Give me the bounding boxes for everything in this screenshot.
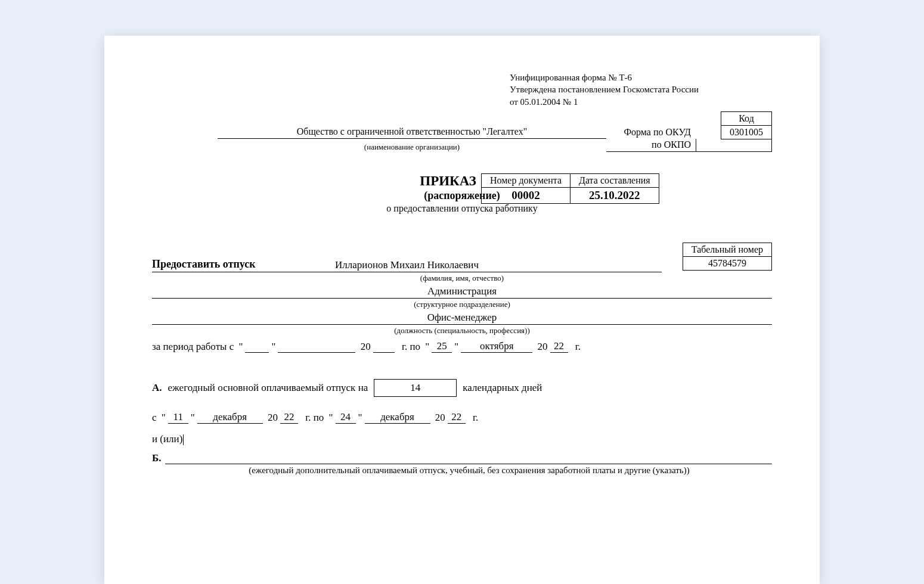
doc-date-label: Дата составления bbox=[570, 173, 659, 187]
section-a-row: А. ежегодный основной оплачиваемый отпус… bbox=[152, 379, 772, 397]
a-from-yy: 22 bbox=[280, 411, 298, 424]
code-table: Код 0301005 bbox=[721, 111, 772, 139]
okpo-value bbox=[696, 139, 772, 152]
section-a-text: ежегодный основной оплачиваемый отпуск н… bbox=[168, 382, 368, 394]
a-mid: г. по bbox=[305, 412, 324, 424]
okud-label: Форма по ОКУД bbox=[606, 127, 696, 139]
form-line-2: Утверждена постановлением Госкомстата Ро… bbox=[510, 83, 772, 95]
post-caption: (должность (специальность, профессия)) bbox=[152, 326, 772, 336]
okpo-label: по ОКПО bbox=[606, 139, 696, 152]
a-suffix: г. bbox=[473, 412, 478, 424]
section-a-days-unit: календарных дней bbox=[463, 382, 542, 394]
section-a-label: А. bbox=[152, 382, 162, 394]
and-or: и (или) bbox=[152, 433, 772, 445]
section-a-dates: с " 11 " декабря 20 22 г. по " 24 " дека… bbox=[152, 411, 772, 424]
doc-number-label: Номер документа bbox=[481, 173, 570, 187]
employee-id-value: 45784579 bbox=[683, 256, 771, 270]
a-from-day: 11 bbox=[168, 411, 188, 424]
period-prefix: за период работы с bbox=[152, 341, 234, 353]
form-line-1: Унифицированная форма № Т-6 bbox=[510, 72, 772, 83]
a-from-prefix: с bbox=[152, 412, 157, 424]
document-page: Унифицированная форма № Т-6 Утверждена п… bbox=[104, 36, 820, 584]
document-meta-table: Номер документа Дата составления 00002 2… bbox=[481, 173, 659, 204]
period-to-month: октября bbox=[461, 340, 532, 353]
period-from-day bbox=[245, 352, 269, 353]
organization-name: Общество с ограниченной ответственностью… bbox=[218, 126, 606, 139]
period-from-yy bbox=[373, 352, 395, 353]
doc-date-value: 25.10.2022 bbox=[570, 187, 659, 203]
employee-id-label: Табельный номер bbox=[683, 243, 771, 256]
organization-caption: (наименование организации) bbox=[218, 142, 606, 152]
grant-label: Предоставить отпуск bbox=[152, 258, 263, 271]
code-header: Код bbox=[721, 111, 772, 125]
period-suffix: г. bbox=[575, 341, 581, 353]
employee-post: Офис-менеджер bbox=[152, 309, 772, 325]
employee-dept: Администрация bbox=[152, 283, 772, 299]
period-to-day: 25 bbox=[432, 340, 452, 353]
dept-caption: (структурное подразделение) bbox=[152, 300, 772, 309]
employee-id-table: Табельный номер 45784579 bbox=[683, 243, 772, 271]
okud-value: 0301005 bbox=[721, 125, 772, 139]
section-b-label: Б. bbox=[152, 452, 162, 464]
a-from-month: декабря bbox=[197, 411, 263, 424]
period-from-month bbox=[278, 352, 355, 353]
title-main: ПРИКАЗ bbox=[420, 173, 476, 189]
work-period-row: за период работы с " " 20 г. по " 25 " о… bbox=[152, 340, 772, 353]
text-cursor-icon bbox=[183, 434, 184, 445]
a-to-yy: 22 bbox=[448, 411, 466, 424]
form-standard-header: Унифицированная форма № Т-6 Утверждена п… bbox=[510, 72, 772, 108]
title-sub2: о предоставлении отпуска работнику bbox=[152, 203, 772, 214]
section-b-row: Б. bbox=[152, 452, 772, 464]
section-a-days: 14 bbox=[374, 379, 457, 397]
a-to-month: декабря bbox=[365, 411, 430, 424]
period-mid: г. по bbox=[402, 341, 420, 353]
fio-caption: (фамилия, имя, отчество) bbox=[152, 274, 772, 283]
form-line-3: от 05.01.2004 № 1 bbox=[510, 96, 772, 108]
title-sub1: (распоряжение) bbox=[152, 190, 772, 202]
section-b-caption: (ежегодный дополнительный оплачиваемый о… bbox=[152, 465, 772, 476]
section-b-underline bbox=[165, 452, 773, 464]
period-to-yy: 22 bbox=[550, 340, 568, 353]
a-to-day: 24 bbox=[336, 411, 356, 424]
